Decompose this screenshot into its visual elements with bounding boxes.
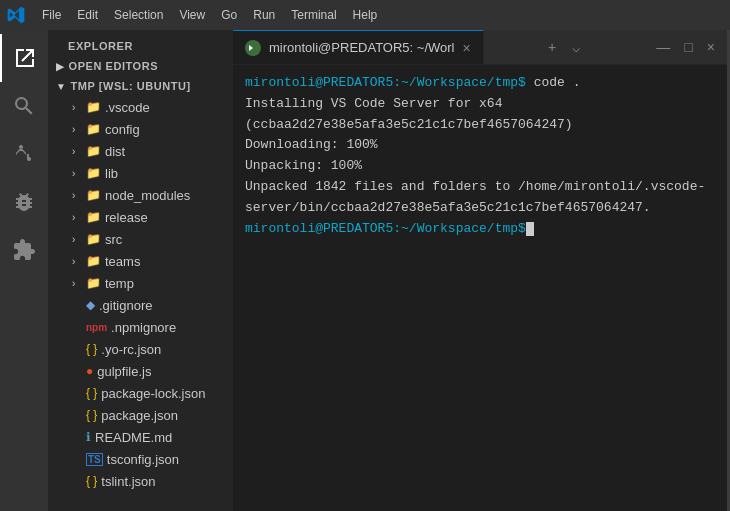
terminal-tab-label: mirontoli@PREDATOR5: ~/Worl bbox=[269, 40, 455, 55]
tree-item-label: .vscode bbox=[105, 100, 150, 115]
folder-icon-release: 📁 bbox=[86, 210, 101, 224]
menu-go[interactable]: Go bbox=[213, 4, 245, 26]
open-editors-chevron: ▶ bbox=[56, 61, 65, 72]
tab-bar: mirontoli@PREDATOR5: ~/Worl × + ⌵ — □ × bbox=[233, 30, 727, 65]
tree-item-label: config bbox=[105, 122, 140, 137]
teams-chevron: › bbox=[72, 256, 84, 267]
tree-item-npmignore[interactable]: › npm .npmignore bbox=[48, 316, 233, 338]
minimize-button[interactable]: — bbox=[652, 37, 674, 57]
tree-item-label: node_modules bbox=[105, 188, 190, 203]
terminal-prompt-2: mirontoli@PREDATOR5:~/Workspace/tmp$ bbox=[245, 221, 526, 236]
tree-item-package-lock-json[interactable]: › { } package-lock.json bbox=[48, 382, 233, 404]
tree-item-lib[interactable]: › 📁 lib bbox=[48, 162, 233, 184]
terminal-cursor bbox=[526, 222, 534, 236]
lib-chevron: › bbox=[72, 168, 84, 179]
dist-chevron: › bbox=[72, 146, 84, 157]
menu-selection[interactable]: Selection bbox=[106, 4, 171, 26]
terminal-tab[interactable]: mirontoli@PREDATOR5: ~/Worl × bbox=[233, 30, 484, 64]
tree-item-label: gulpfile.js bbox=[97, 364, 151, 379]
tmp-wsl-chevron: ▼ bbox=[56, 81, 66, 92]
terminal-cmd: code . bbox=[526, 75, 581, 90]
tree-item-yo-rc-json[interactable]: › { } .yo-rc.json bbox=[48, 338, 233, 360]
close-button[interactable]: × bbox=[703, 37, 719, 57]
tree-item-src[interactable]: › 📁 src bbox=[48, 228, 233, 250]
terminal-line-prompt2: mirontoli@PREDATOR5:~/Workspace/tmp$ bbox=[245, 219, 715, 240]
menu-file[interactable]: File bbox=[34, 4, 69, 26]
menu-help[interactable]: Help bbox=[345, 4, 386, 26]
src-chevron: › bbox=[72, 234, 84, 245]
file-icon-readme: ℹ bbox=[86, 430, 91, 444]
tree-item-label: tslint.json bbox=[101, 474, 155, 489]
terminal-output-3: Unpacking: 100% bbox=[245, 156, 715, 177]
menu-view[interactable]: View bbox=[171, 4, 213, 26]
activity-search[interactable] bbox=[0, 82, 48, 130]
activity-extensions[interactable] bbox=[0, 226, 48, 274]
activity-source-control[interactable] bbox=[0, 130, 48, 178]
sidebar-header: EXPLORER bbox=[48, 30, 233, 56]
tree-item-vscode[interactable]: › 📁 .vscode bbox=[48, 96, 233, 118]
tree-item-config[interactable]: › 📁 config bbox=[48, 118, 233, 140]
tree-item-label: temp bbox=[105, 276, 134, 291]
app-logo bbox=[4, 3, 28, 27]
tree-item-readme[interactable]: › ℹ README.md bbox=[48, 426, 233, 448]
tree-item-temp[interactable]: › 📁 temp bbox=[48, 272, 233, 294]
vscode-chevron: › bbox=[72, 102, 84, 113]
tree-item-label: dist bbox=[105, 144, 125, 159]
activity-explorer[interactable] bbox=[0, 34, 48, 82]
temp-chevron: › bbox=[72, 278, 84, 289]
file-icon-yo-rc: { } bbox=[86, 342, 97, 356]
editor-area: mirontoli@PREDATOR5: ~/Worl × + ⌵ — □ × … bbox=[233, 30, 727, 511]
tree-item-label: .yo-rc.json bbox=[101, 342, 161, 357]
file-icon-package-json: { } bbox=[86, 408, 97, 422]
terminal-tab-icon bbox=[245, 40, 261, 56]
open-editors-section[interactable]: ▶ OPEN EDITORS bbox=[48, 56, 233, 76]
config-chevron: › bbox=[72, 124, 84, 135]
tree-item-label: release bbox=[105, 210, 148, 225]
tab-actions: + ⌵ bbox=[536, 30, 592, 64]
terminal-tab-close[interactable]: × bbox=[463, 40, 471, 56]
file-icon-package-lock: { } bbox=[86, 386, 97, 400]
open-editors-label: OPEN EDITORS bbox=[69, 60, 159, 72]
tree-item-gulpfile[interactable]: › ● gulpfile.js bbox=[48, 360, 233, 382]
tree-item-label: .npmignore bbox=[111, 320, 176, 335]
tree-item-label: package.json bbox=[101, 408, 178, 423]
sidebar: EXPLORER ▶ OPEN EDITORS ▼ TMP [WSL: UBUN… bbox=[48, 30, 233, 511]
tree-item-label: README.md bbox=[95, 430, 172, 445]
tree-item-gitignore[interactable]: › ◆ .gitignore bbox=[48, 294, 233, 316]
tree-item-release[interactable]: › 📁 release bbox=[48, 206, 233, 228]
menu-edit[interactable]: Edit bbox=[69, 4, 106, 26]
tmp-wsl-section[interactable]: ▼ TMP [WSL: UBUNTU] bbox=[48, 76, 233, 96]
tree-item-package-json[interactable]: › { } package.json bbox=[48, 404, 233, 426]
tree-item-label: teams bbox=[105, 254, 140, 269]
file-icon-tsconfig: TS bbox=[86, 453, 103, 466]
tree-item-label: lib bbox=[105, 166, 118, 181]
tree-item-tslint[interactable]: › { } tslint.json bbox=[48, 470, 233, 492]
tree-item-dist[interactable]: › 📁 dist bbox=[48, 140, 233, 162]
folder-icon-node-modules: 📁 bbox=[86, 188, 101, 202]
activity-debug[interactable] bbox=[0, 178, 48, 226]
file-icon-tslint: { } bbox=[86, 474, 97, 488]
terminal-prompt-1: mirontoli@PREDATOR5:~/Workspace/tmp$ bbox=[245, 75, 526, 90]
tree-item-label: tsconfig.json bbox=[107, 452, 179, 467]
tree-item-tsconfig[interactable]: › TS tsconfig.json bbox=[48, 448, 233, 470]
folder-icon-temp: 📁 bbox=[86, 276, 101, 290]
folder-icon-config: 📁 bbox=[86, 122, 101, 136]
node-modules-chevron: › bbox=[72, 190, 84, 201]
menu-terminal[interactable]: Terminal bbox=[283, 4, 344, 26]
tab-split-button[interactable]: ⌵ bbox=[568, 37, 584, 57]
tree-item-label: .gitignore bbox=[99, 298, 152, 313]
tree-item-teams[interactable]: › 📁 teams bbox=[48, 250, 233, 272]
main-container: EXPLORER ▶ OPEN EDITORS ▼ TMP [WSL: UBUN… bbox=[0, 30, 730, 511]
tmp-wsl-label: TMP [WSL: UBUNTU] bbox=[70, 80, 190, 92]
menubar: File Edit Selection View Go Run Terminal… bbox=[0, 0, 730, 30]
tab-add-button[interactable]: + bbox=[544, 37, 560, 57]
folder-icon-lib: 📁 bbox=[86, 166, 101, 180]
terminal-output-4: Unpacked 1842 files and folders to /home… bbox=[245, 177, 715, 219]
maximize-button[interactable]: □ bbox=[680, 37, 696, 57]
terminal-content: mirontoli@PREDATOR5:~/Workspace/tmp$ cod… bbox=[233, 65, 727, 511]
file-icon-gitignore: ◆ bbox=[86, 298, 95, 312]
tree-item-node-modules[interactable]: › 📁 node_modules bbox=[48, 184, 233, 206]
tree-item-label: package-lock.json bbox=[101, 386, 205, 401]
terminal-output-1: Installing VS Code Server for x64 (ccbaa… bbox=[245, 94, 715, 136]
menu-run[interactable]: Run bbox=[245, 4, 283, 26]
